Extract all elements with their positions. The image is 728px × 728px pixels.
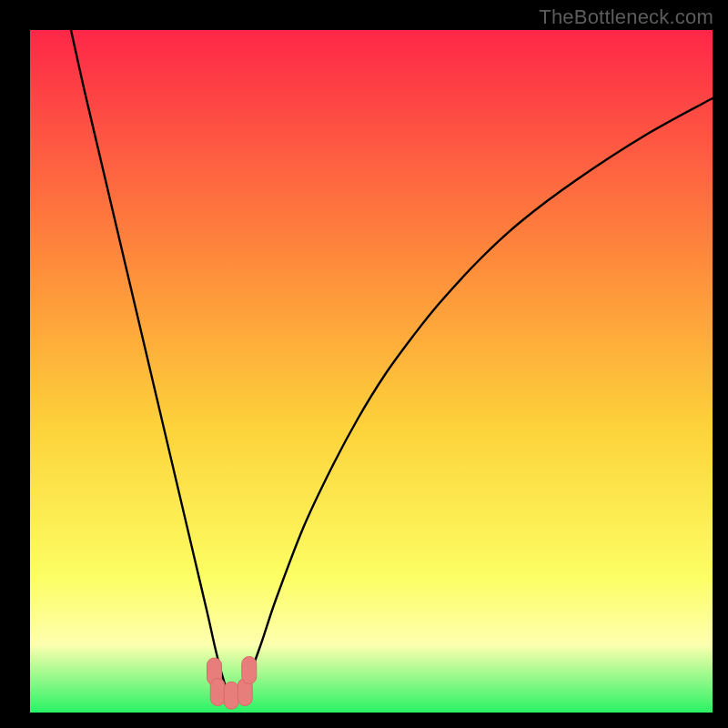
- plot-area: [30, 30, 713, 713]
- gradient-backdrop: [30, 30, 713, 713]
- curve-marker: [210, 679, 225, 706]
- curve-marker: [224, 682, 238, 709]
- curve-marker: [242, 657, 257, 684]
- watermark-text: TheBottleneck.com: [539, 5, 713, 29]
- chart-frame: TheBottleneck.com: [0, 0, 728, 728]
- chart-svg: [30, 30, 713, 713]
